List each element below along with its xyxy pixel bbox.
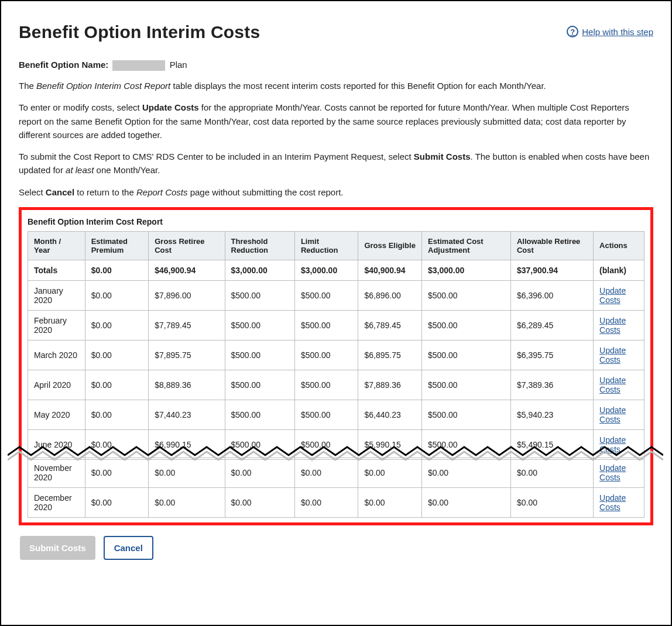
totals-gross: $46,900.94: [149, 260, 225, 280]
cell-actions: Update Costs: [594, 310, 644, 340]
report-title: Benefit Option Interim Cost Report: [28, 217, 644, 226]
cell-actions: Update Costs: [594, 370, 644, 400]
update-costs-link[interactable]: Update Costs: [599, 286, 626, 305]
cell-eligible: $6,440.23: [358, 400, 422, 429]
cell-adjustment: $500.00: [422, 310, 511, 340]
table-row: December 2020$0.00$0.00$0.00$0.00$0.00$0…: [28, 487, 644, 517]
update-costs-link[interactable]: Update Costs: [599, 405, 626, 424]
cost-report-table: Month / Year Estimated Premium Gross Ret…: [28, 231, 644, 460]
help-link[interactable]: ? Help with this step: [567, 26, 653, 37]
update-costs-link[interactable]: Update Costs: [599, 316, 626, 335]
update-costs-link[interactable]: Update Costs: [599, 463, 626, 482]
benefit-option-label: Benefit Option Name:: [19, 60, 108, 70]
page-title: Benefit Option Interim Costs: [19, 22, 260, 42]
intro-paragraph-3: To submit the Cost Report to CMS' RDS Ce…: [19, 150, 653, 177]
cell-month: December 2020: [28, 487, 85, 517]
cell-threshold: $500.00: [225, 370, 294, 400]
cell-month: March 2020: [28, 340, 85, 370]
totals-allowable: $37,900.94: [510, 260, 593, 280]
cell-limit: $0.00: [294, 487, 358, 517]
table-row: June 2020$0.00$6,990.15$500.00$500.00$5,…: [28, 429, 644, 459]
cell-premium: $0.00: [85, 487, 149, 517]
cell-threshold: $0.00: [225, 487, 294, 517]
cell-limit: $0.00: [294, 458, 358, 487]
cell-month: January 2020: [28, 280, 85, 310]
col-allowable: Allowable Retiree Cost: [510, 231, 593, 260]
cell-actions: Update Costs: [594, 487, 644, 517]
update-costs-link[interactable]: Update Costs: [599, 493, 626, 512]
cell-adjustment: $0.00: [422, 487, 511, 517]
cell-premium: $0.00: [85, 310, 149, 340]
cell-gross: $7,440.23: [149, 400, 225, 429]
table-row: March 2020$0.00$7,895.75$500.00$500.00$6…: [28, 340, 644, 370]
cell-allowable: $6,289.45: [510, 310, 593, 340]
col-gross: Gross Retiree Cost: [149, 231, 225, 260]
cell-gross: $8,889.36: [149, 370, 225, 400]
cell-month: June 2020: [28, 429, 85, 459]
cell-threshold: $500.00: [225, 429, 294, 459]
col-eligible: Gross Eligible: [358, 231, 422, 260]
table-row: January 2020$0.00$7,896.00$500.00$500.00…: [28, 280, 644, 310]
totals-label: Totals: [28, 260, 85, 280]
cell-gross: $0.00: [149, 458, 225, 487]
cell-gross: $6,990.15: [149, 429, 225, 459]
cell-eligible: $0.00: [358, 487, 422, 517]
col-premium: Estimated Premium: [85, 231, 149, 260]
cell-actions: Update Costs: [594, 400, 644, 429]
cell-eligible: $6,896.00: [358, 280, 422, 310]
totals-limit: $3,000.00: [294, 260, 358, 280]
cell-gross: $0.00: [149, 487, 225, 517]
totals-eligible: $40,900.94: [358, 260, 422, 280]
table-header-row: Month / Year Estimated Premium Gross Ret…: [28, 231, 644, 260]
cell-gross: $7,896.00: [149, 280, 225, 310]
cell-allowable: $6,395.75: [510, 340, 593, 370]
cell-month: November 2020: [28, 458, 85, 487]
totals-adjustment: $3,000.00: [422, 260, 511, 280]
cell-limit: $500.00: [294, 340, 358, 370]
cell-actions: Update Costs: [594, 458, 644, 487]
cell-month: May 2020: [28, 400, 85, 429]
cell-limit: $500.00: [294, 310, 358, 340]
cell-threshold: $0.00: [225, 458, 294, 487]
cell-actions: Update Costs: [594, 429, 644, 459]
intro-paragraph-1: The Benefit Option Interim Cost Report t…: [19, 79, 653, 92]
totals-actions: (blank): [594, 260, 644, 280]
update-costs-link[interactable]: Update Costs: [599, 346, 626, 364]
cell-eligible: $0.00: [358, 458, 422, 487]
cell-adjustment: $0.00: [422, 458, 511, 487]
col-limit: Limit Reduction: [294, 231, 358, 260]
totals-premium: $0.00: [85, 260, 149, 280]
cell-premium: $0.00: [85, 458, 149, 487]
report-highlight-frame: Benefit Option Interim Cost Report Month…: [19, 207, 653, 525]
update-costs-link[interactable]: Update Costs: [599, 435, 626, 454]
cost-report-table-bottom: November 2020$0.00$0.00$0.00$0.00$0.00$0…: [28, 458, 644, 518]
cell-adjustment: $500.00: [422, 429, 511, 459]
cell-gross: $7,789.45: [149, 310, 225, 340]
help-link-label: Help with this step: [582, 27, 653, 37]
cell-limit: $500.00: [294, 370, 358, 400]
cell-premium: $0.00: [85, 429, 149, 459]
cancel-button[interactable]: Cancel: [104, 536, 153, 560]
cell-allowable: $6,396.00: [510, 280, 593, 310]
table-row: May 2020$0.00$7,440.23$500.00$500.00$6,4…: [28, 400, 644, 429]
cell-premium: $0.00: [85, 400, 149, 429]
benefit-option-suffix: Plan: [170, 60, 187, 70]
cell-adjustment: $500.00: [422, 280, 511, 310]
col-actions: Actions: [594, 231, 644, 260]
table-row: February 2020$0.00$7,789.45$500.00$500.0…: [28, 310, 644, 340]
table-row: November 2020$0.00$0.00$0.00$0.00$0.00$0…: [28, 458, 644, 487]
submit-costs-button[interactable]: Submit Costs: [20, 536, 95, 560]
update-costs-link[interactable]: Update Costs: [599, 376, 626, 394]
cell-limit: $500.00: [294, 429, 358, 459]
page-frame: Benefit Option Interim Costs ? Help with…: [0, 0, 672, 626]
cell-allowable: $5,940.23: [510, 400, 593, 429]
cell-threshold: $500.00: [225, 340, 294, 370]
totals-threshold: $3,000.00: [225, 260, 294, 280]
cell-allowable: $5,490.15: [510, 429, 593, 459]
cell-limit: $500.00: [294, 280, 358, 310]
help-icon: ?: [567, 26, 578, 37]
cell-eligible: $6,789.45: [358, 310, 422, 340]
intro-paragraph-2: To enter or modify costs, select Update …: [19, 101, 653, 142]
redacted-block: [112, 60, 165, 71]
cell-actions: Update Costs: [594, 340, 644, 370]
